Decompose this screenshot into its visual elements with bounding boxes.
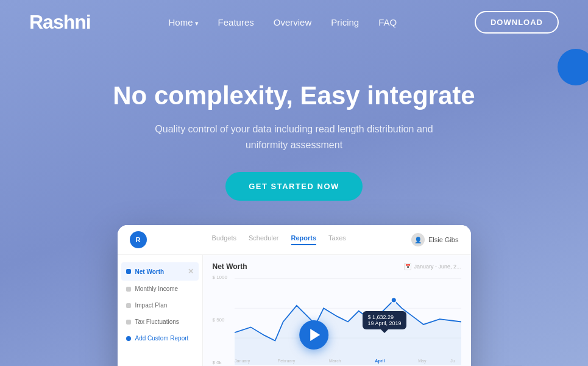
tab-scheduler[interactable]: Scheduler: [249, 234, 279, 245]
svg-marker-20: [235, 301, 461, 365]
sidebar-item-monthly-income[interactable]: Monthly Income: [118, 281, 202, 297]
tooltip-date: 19 April, 2019: [367, 320, 401, 326]
sidebar-label-net-worth: Net Worth: [135, 268, 165, 275]
user-avatar: 👤: [411, 233, 425, 246]
nav-item-home[interactable]: Home: [169, 17, 199, 28]
y-label-0: $ 0k: [213, 360, 222, 365]
nav-link-home[interactable]: Home: [169, 17, 199, 27]
tab-budgets[interactable]: Budgets: [212, 234, 236, 245]
play-button[interactable]: [299, 320, 328, 350]
hero-section: Rashni Home Features Overview Pricing FA…: [0, 0, 588, 366]
brand-logo: Rashni: [29, 11, 91, 34]
nav-link-faq[interactable]: FAQ: [378, 17, 397, 27]
chart-header: Net Worth 📅 January - June, 2...: [213, 262, 461, 271]
sidebar-item-impact-plan[interactable]: Impact Plan: [118, 297, 202, 314]
svg-text:Ju: Ju: [450, 359, 455, 364]
y-label-500: $ 500: [213, 317, 225, 323]
svg-text:January: January: [235, 359, 250, 364]
sidebar-item-add-report[interactable]: Add Custom Report: [118, 330, 202, 346]
dashboard-body: Net Worth ✕ Monthly Income Impact Plan T…: [118, 255, 471, 366]
date-range-label: January - June, 2...: [414, 264, 461, 270]
sidebar-label-impact-plan: Impact Plan: [135, 302, 168, 309]
svg-text:March: March: [329, 359, 341, 364]
dashboard-sidebar: Net Worth ✕ Monthly Income Impact Plan T…: [118, 255, 203, 366]
sidebar-dot: [126, 287, 131, 292]
sidebar-item-tax-fluctuations[interactable]: Tax Fluctuations: [118, 314, 202, 330]
sidebar-label-add-report: Add Custom Report: [135, 335, 189, 342]
sidebar-label-monthly-income: Monthly Income: [135, 285, 179, 292]
svg-text:February: February: [277, 359, 295, 364]
main-nav: Rashni Home Features Overview Pricing FA…: [0, 0, 588, 45]
sidebar-item-net-worth[interactable]: Net Worth ✕: [121, 262, 199, 281]
tab-reports[interactable]: Reports: [291, 234, 317, 245]
user-name: Elsie Gibs: [428, 236, 459, 243]
nav-link-pricing[interactable]: Pricing: [331, 17, 359, 27]
svg-text:May: May: [418, 359, 427, 364]
dashboard-logo: R: [130, 231, 147, 248]
chart-svg: January February March April May Ju: [235, 274, 461, 366]
sidebar-label-tax-fluctuations: Tax Fluctuations: [135, 318, 179, 325]
sidebar-dot: [126, 320, 131, 325]
sidebar-add-icon: [126, 336, 131, 341]
dashboard-nav: R Budgets Scheduler Reports Taxes 👤 Elsi…: [118, 225, 471, 255]
chart-area: $ 1000 $ 500 $ 0k: [213, 274, 461, 366]
svg-point-21: [391, 298, 396, 303]
dashboard-logo-text: R: [136, 236, 141, 243]
tab-taxes[interactable]: Taxes: [328, 234, 346, 245]
dashboard-user: 👤 Elsie Gibs: [411, 233, 459, 246]
sidebar-dot: [126, 303, 131, 308]
dashboard-card: R Budgets Scheduler Reports Taxes 👤 Elsi…: [118, 225, 471, 366]
svg-text:April: April: [375, 359, 384, 364]
nav-link-features[interactable]: Features: [218, 17, 254, 27]
hero-content: No complexity, Easy integrate Quality co…: [0, 45, 588, 201]
download-button[interactable]: DOWNLOAD: [475, 11, 559, 34]
nav-links: Home Features Overview Pricing FAQ: [169, 17, 397, 28]
chart-title: Net Worth: [213, 262, 247, 271]
tooltip-value: $ 1,632.29: [367, 314, 401, 320]
nav-item-features[interactable]: Features: [218, 17, 254, 28]
hero-subtitle: Quality control of your data including r…: [154, 121, 434, 152]
calendar-icon: 📅: [404, 263, 411, 270]
nav-item-pricing[interactable]: Pricing: [331, 17, 359, 28]
nav-item-overview[interactable]: Overview: [274, 17, 312, 28]
nav-link-overview[interactable]: Overview: [274, 17, 312, 27]
hero-title: No complexity, Easy integrate: [0, 81, 588, 110]
dashboard-main: Net Worth 📅 January - June, 2... $ 1000 …: [203, 255, 471, 366]
y-label-1000: $ 1000: [213, 274, 227, 280]
chart-tooltip: $ 1,632.29 19 April, 2019: [363, 311, 406, 329]
sidebar-dot: [126, 269, 131, 274]
dashboard-tabs: Budgets Scheduler Reports Taxes: [212, 234, 346, 245]
cta-button[interactable]: GET STARTED NOW: [225, 172, 363, 201]
sidebar-close-icon[interactable]: ✕: [188, 267, 194, 276]
date-range[interactable]: 📅 January - June, 2...: [404, 263, 461, 270]
nav-item-faq[interactable]: FAQ: [378, 17, 397, 28]
